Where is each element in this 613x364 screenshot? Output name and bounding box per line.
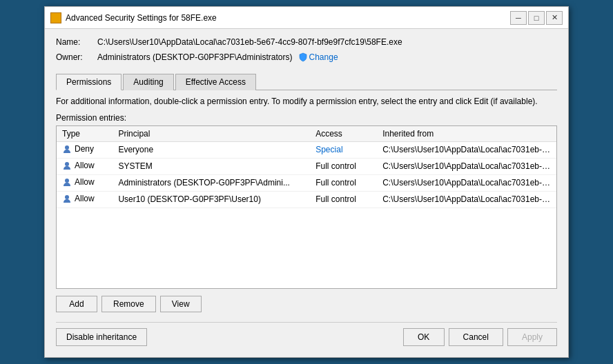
table-row[interactable]: AllowSYSTEMFull controlC:\Users\User10\A… [57, 158, 556, 174]
window-icon [50, 12, 61, 23]
owner-value-row: Administrators (DESKTOP-G0PF3PF\Administ… [97, 52, 338, 62]
remove-button[interactable]: Remove [101, 296, 156, 312]
cell-type: Allow [57, 174, 113, 191]
ok-button[interactable]: OK [403, 328, 445, 346]
title-bar-buttons: ─ □ ✕ [510, 11, 563, 25]
col-principal: Principal [113, 126, 310, 142]
svg-point-2 [65, 179, 69, 183]
cell-type: Allow [57, 191, 113, 208]
add-button[interactable]: Add [56, 296, 97, 312]
cell-access: Full control [310, 191, 377, 208]
permission-entries-label: Permission entries: [56, 113, 557, 123]
table-row[interactable]: AllowAdministrators (DESKTOP-G0PF3PF\Adm… [57, 174, 556, 191]
maximize-button[interactable]: □ [528, 11, 545, 25]
owner-field-row: Owner: Administrators (DESKTOP-G0PF3PF\A… [56, 52, 557, 62]
tabs-container: Permissions Auditing Effective Access [56, 73, 557, 90]
svg-point-3 [65, 195, 69, 199]
entry-action-buttons: Add Remove View [56, 296, 557, 312]
user-icon [62, 177, 72, 187]
close-button[interactable]: ✕ [546, 11, 563, 25]
name-label: Name: [56, 37, 97, 47]
cell-type: Allow [57, 158, 113, 174]
user-icon [62, 194, 72, 203]
svg-point-0 [65, 145, 69, 150]
bottom-row: Disable inheritance OK Cancel Apply [56, 322, 557, 349]
title-bar: Advanced Security Settings for 58FE.exe … [45, 7, 568, 29]
tab-auditing[interactable]: Auditing [123, 74, 173, 90]
cell-principal: SYSTEM [113, 158, 310, 174]
col-access: Access [310, 126, 377, 142]
col-inherited: Inherited from [377, 126, 556, 142]
cell-access: Full control [310, 158, 377, 174]
shield-icon [298, 52, 308, 62]
cell-access: Special [310, 141, 377, 158]
window-title: Advanced Security Settings for 58FE.exe [66, 13, 510, 23]
cell-access: Full control [310, 174, 377, 191]
change-label: Change [309, 52, 338, 62]
cell-principal: Administrators (DESKTOP-G0PF3PF\Admini..… [113, 174, 310, 191]
minimize-button[interactable]: ─ [510, 11, 527, 25]
table-row[interactable]: AllowUser10 (DESKTOP-G0PF3PF\User10)Full… [57, 191, 556, 208]
ok-cancel-row: OK Cancel Apply [403, 328, 557, 346]
permission-table-container: Type Principal Access Inherited from Den… [56, 125, 557, 289]
cell-principal: User10 (DESKTOP-G0PF3PF\User10) [113, 191, 310, 208]
table-header-row: Type Principal Access Inherited from [57, 126, 556, 142]
cell-inherited: C:\Users\User10\AppData\Local\ac7031eb-5… [377, 174, 556, 191]
tab-effective-access[interactable]: Effective Access [175, 74, 256, 90]
svg-point-1 [65, 162, 69, 166]
cell-inherited: C:\Users\User10\AppData\Local\ac7031eb-5… [377, 158, 556, 174]
name-value: C:\Users\User10\AppData\Local\ac7031eb-5… [97, 37, 557, 47]
user-icon [62, 144, 72, 154]
main-window: Advanced Security Settings for 58FE.exe … [44, 6, 569, 358]
cell-principal: Everyone [113, 141, 310, 158]
change-link[interactable]: Change [298, 52, 338, 62]
tab-permissions[interactable]: Permissions [56, 74, 121, 90]
cancel-button[interactable]: Cancel [449, 328, 503, 346]
name-field-row: Name: C:\Users\User10\AppData\Local\ac70… [56, 37, 557, 47]
disable-inheritance-button[interactable]: Disable inheritance [56, 328, 147, 346]
view-button[interactable]: View [160, 296, 202, 312]
info-text: For additional information, double-click… [56, 96, 557, 108]
content-area: Name: C:\Users\User10\AppData\Local\ac70… [45, 29, 568, 357]
table-row[interactable]: DenyEveryoneSpecialC:\Users\User10\AppDa… [57, 141, 556, 158]
owner-value: Administrators (DESKTOP-G0PF3PF\Administ… [97, 52, 293, 62]
cell-inherited: C:\Users\User10\AppData\Local\ac7031eb-5… [377, 191, 556, 208]
cell-type: Deny [57, 141, 113, 158]
apply-button[interactable]: Apply [507, 328, 557, 346]
user-icon [62, 161, 72, 170]
owner-label: Owner: [56, 52, 97, 62]
cell-inherited: C:\Users\User10\AppData\Local\ac7031eb-5… [377, 141, 556, 158]
permission-table: Type Principal Access Inherited from Den… [57, 126, 556, 208]
col-type: Type [57, 126, 113, 142]
